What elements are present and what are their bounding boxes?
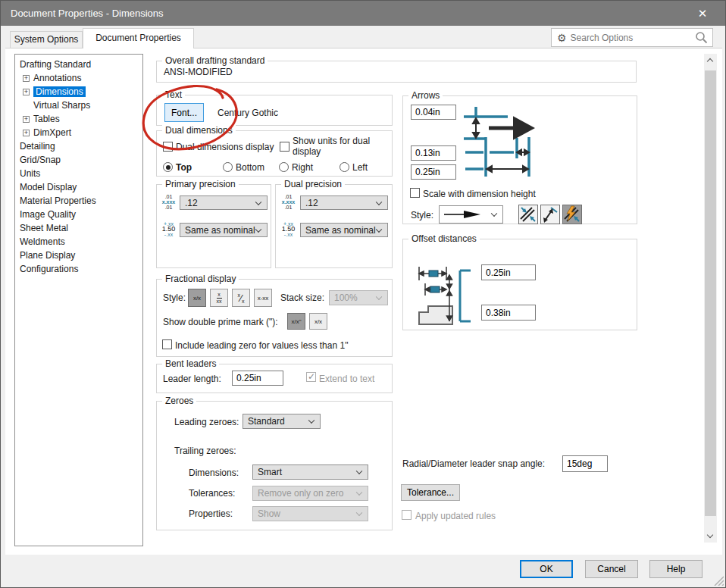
primary-tolerance-precision-dropdown[interactable]: Same as nominal xyxy=(180,223,268,237)
chevron-down-icon xyxy=(376,199,382,205)
tree-item-configurations[interactable]: Configurations xyxy=(15,262,142,276)
apply-updated-rules-checkbox xyxy=(402,510,412,520)
radio-top[interactable] xyxy=(163,162,173,172)
tree-item-weldments[interactable]: Weldments xyxy=(15,235,142,249)
tree-item-label: Configurations xyxy=(20,264,78,274)
search-icon[interactable] xyxy=(695,31,708,44)
resize-grip[interactable] xyxy=(713,575,724,586)
chevron-down-icon xyxy=(356,489,362,496)
expand-icon[interactable]: + xyxy=(23,116,30,123)
extend-to-text-label: Extend to text xyxy=(319,374,374,384)
arrow-width-input[interactable] xyxy=(411,145,456,161)
expand-icon[interactable]: + xyxy=(23,75,30,82)
text-group: Text Font... Century Gothic xyxy=(156,95,393,126)
dual-dimensions-display-checkbox[interactable] xyxy=(163,142,173,152)
tree-item-dimensions[interactable]: +Dimensions xyxy=(15,85,142,99)
arrow-style-preview-icon xyxy=(444,210,483,219)
radio-right[interactable] xyxy=(279,162,289,172)
offset-lower-input[interactable] xyxy=(481,305,536,321)
tree-item-detailing[interactable]: Detailing xyxy=(15,139,142,153)
tree-item-virtual-sharps[interactable]: Virtual Sharps xyxy=(15,99,142,112)
stack-size-dropdown: 100% xyxy=(329,290,388,305)
tree-item-label: Dimensions xyxy=(33,86,86,97)
dual-dimensions-display-label: Dual dimensions display xyxy=(176,142,274,152)
tree-item-sheet-metal[interactable]: Sheet Metal xyxy=(15,221,142,235)
tree-item-label: Model Display xyxy=(20,182,77,192)
fraction-style-dash-button[interactable]: x-xx xyxy=(254,289,272,307)
tree-item-label: Image Quality xyxy=(20,209,76,220)
search-input[interactable] xyxy=(571,33,695,43)
chevron-down-icon xyxy=(255,226,261,232)
arrow-dimensions-diagram xyxy=(461,105,535,178)
double-prime-off-button[interactable]: x/x xyxy=(309,313,327,330)
radio-bottom[interactable] xyxy=(223,162,233,172)
font-button[interactable]: Font... xyxy=(164,103,204,122)
offset-upper-input[interactable] xyxy=(481,264,536,280)
leader-length-input[interactable] xyxy=(232,371,283,386)
tree-item-dimxpert[interactable]: +DimXpert xyxy=(15,126,142,139)
tolerance-precision-icon: +.xx 1.50 -.xx xyxy=(158,221,179,237)
leading-zeroes-dropdown[interactable]: Standard xyxy=(243,414,321,429)
help-button[interactable]: Help xyxy=(649,560,703,578)
group-title: Offset distances xyxy=(408,233,480,244)
primary-unit-precision-dropdown[interactable]: .12 xyxy=(180,195,268,210)
arrows-inside-button[interactable] xyxy=(518,205,538,224)
tab-document-properties[interactable]: Document Properties xyxy=(83,28,194,48)
leading-zero-checkbox[interactable] xyxy=(162,339,172,349)
dropdown-value: .12 xyxy=(305,198,318,208)
ok-button[interactable]: OK xyxy=(520,560,573,578)
tree-item-annotations[interactable]: +Annotations xyxy=(15,71,142,85)
tree-item-units[interactable]: Units xyxy=(15,167,142,180)
tree-item-drafting-standard[interactable]: Drafting Standard xyxy=(15,58,142,71)
leading-zeroes-label: Leading zeroes: xyxy=(174,417,239,427)
dropdown-value: Standard xyxy=(248,416,285,427)
arrow-style-label: Style: xyxy=(411,210,433,220)
fraction-style-plain-button[interactable]: x/x xyxy=(188,289,206,307)
scrollbar-thumb[interactable] xyxy=(705,70,716,516)
dimensions-dropdown[interactable]: Smart xyxy=(252,464,368,480)
fraction-style-stacked-button[interactable]: xxx xyxy=(210,289,228,307)
dual-tolerance-precision-dropdown[interactable]: Same as nominal xyxy=(300,223,388,237)
close-icon[interactable]: ✕ xyxy=(687,1,718,26)
expand-icon[interactable]: + xyxy=(23,130,30,136)
arrow-style-dropdown[interactable] xyxy=(439,205,503,224)
scroll-up-icon[interactable] xyxy=(704,54,717,67)
arrow-gap-input[interactable] xyxy=(411,105,456,120)
title-bar: Document Properties - Dimensions ✕ xyxy=(1,1,725,26)
style-label: Style: xyxy=(163,292,186,303)
tree-item-grid-snap[interactable]: Grid/Snap xyxy=(15,153,142,167)
tolerance-button[interactable]: Tolerance... xyxy=(401,484,460,501)
tree-item-tables[interactable]: +Tables xyxy=(15,112,142,126)
radio-left[interactable] xyxy=(340,162,349,172)
expand-icon[interactable]: + xyxy=(23,89,30,95)
tree-item-label: Tables xyxy=(33,114,60,124)
group-title: Zeroes xyxy=(162,396,196,406)
tab-system-options[interactable]: System Options xyxy=(10,31,83,48)
show-units-checkbox[interactable] xyxy=(280,142,289,152)
fraction-plain-icon: x/x xyxy=(193,295,201,302)
search-options-box[interactable]: ⚙ xyxy=(551,28,713,47)
dual-unit-precision-dropdown[interactable]: .12 xyxy=(300,195,388,210)
cancel-button[interactable]: Cancel xyxy=(585,560,638,578)
tree-item-label: Annotations xyxy=(33,73,81,83)
offset-distances-diagram xyxy=(413,261,481,326)
smart-arrows-button[interactable] xyxy=(562,205,582,224)
fraction-style-diagonal-button[interactable]: x⁄x xyxy=(232,289,250,307)
tree-item-material-properties[interactable]: Material Properties xyxy=(15,194,142,208)
vertical-scrollbar[interactable] xyxy=(704,54,717,543)
double-prime-on-button[interactable]: x/x" xyxy=(287,313,305,330)
arrow-length-input[interactable] xyxy=(411,164,456,180)
scroll-down-icon[interactable] xyxy=(704,530,717,543)
tree-item-model-display[interactable]: Model Display xyxy=(15,180,142,194)
tree-item-image-quality[interactable]: Image Quality xyxy=(15,208,142,221)
scale-with-dimension-height-checkbox[interactable] xyxy=(410,188,420,198)
group-title: Dual precision xyxy=(281,179,345,189)
chevron-down-icon xyxy=(308,418,314,424)
tree-item-plane-display[interactable]: Plane Display xyxy=(15,249,142,262)
document-properties-dialog: Document Properties - Dimensions ✕ Syste… xyxy=(0,0,726,588)
snap-angle-input[interactable] xyxy=(562,455,608,472)
properties-label: Properties: xyxy=(189,508,233,519)
group-title: Bent leaders xyxy=(162,358,219,369)
chevron-down-icon xyxy=(376,294,382,300)
arrows-outside-button[interactable] xyxy=(540,205,560,224)
